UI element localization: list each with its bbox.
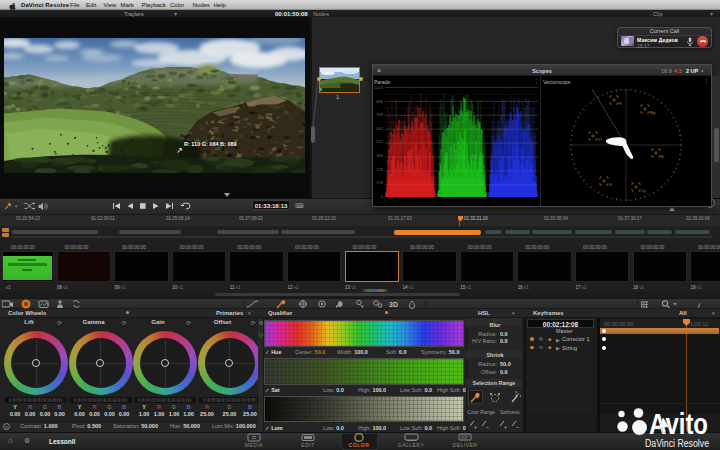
svg-text:G: G [609,183,612,187]
svg-text:3D: 3D [389,301,398,308]
svg-text:+: + [474,424,477,430]
svg-text:–: – [516,424,519,430]
svg-text:Cy: Cy [641,189,646,193]
svg-text:R: R [619,102,622,106]
svg-text:B: B [661,155,664,159]
svg-text:DaVinci Resolve: DaVinci Resolve [645,437,709,449]
svg-text:+: + [504,424,507,430]
svg-text:i: i [698,301,700,310]
svg-text:Yl: Yl [598,138,602,142]
svg-text:–: – [486,424,489,430]
svg-text:Mg: Mg [650,111,655,115]
